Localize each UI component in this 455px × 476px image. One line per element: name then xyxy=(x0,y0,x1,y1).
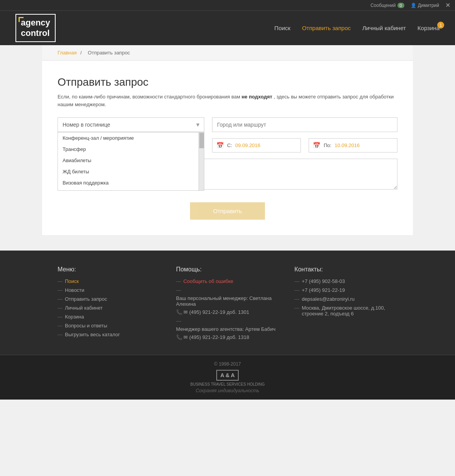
date-to-label: По: xyxy=(324,142,331,148)
manager-personal-phone: (495) 921-22-19 доб. 1301 xyxy=(189,309,249,315)
footer-contacts-title: Контакты: xyxy=(294,266,397,273)
logo-line1: agency xyxy=(21,18,50,27)
type-dropdown[interactable]: Номер в гостинице xyxy=(58,117,204,132)
calendar-to-icon: 📅 xyxy=(313,142,321,149)
footer-menu-title: Меню: xyxy=(58,266,161,273)
list-item[interactable]: ЖД билеты xyxy=(58,166,204,177)
contact-email[interactable]: depsales@zabroniryi.ru xyxy=(302,296,355,302)
footer-menu-cart[interactable]: Корзина xyxy=(65,314,84,320)
list-item[interactable]: Конференц-зал / мероприятие xyxy=(58,132,204,144)
messages-badge: 0 xyxy=(397,3,404,8)
date-to-field[interactable]: 📅 По: 10.09.2016 xyxy=(309,138,397,152)
footer-menu-catalog[interactable]: Выгрузить весь каталог xyxy=(65,332,120,337)
breadcrumb-home[interactable]: Главная xyxy=(58,50,76,56)
content-area: Отправить запрос Если, по каким-либо при… xyxy=(42,61,413,235)
aaa-logo: A & A xyxy=(216,370,238,381)
footer-inner: Меню: Поиск Новости Отправить запрос Лич… xyxy=(42,266,413,355)
desc-part1: Если, по каким-либо причинам, возможност… xyxy=(58,94,240,100)
breadcrumb: Главная / Отправить запрос xyxy=(42,45,413,61)
date-from-field[interactable]: 📅 С: 09.09.2016 xyxy=(212,138,301,152)
list-item: Отправить запрос xyxy=(58,296,161,302)
type-dropdown-wrap: Номер в гостинице ▼ xyxy=(58,117,204,132)
footer-menu-list: Поиск Новости Отправить запрос Личный ка… xyxy=(58,278,161,337)
footer-contacts-list: +7 (495) 902-58-03 +7 (495) 921-22-19 de… xyxy=(294,278,397,317)
footer-bottom: © 1998-2017 A & A BUSINESS TRAVEL SERVIC… xyxy=(0,355,455,400)
top-bar: Сообщений 0 👤 Димитрий ✕ xyxy=(0,0,455,10)
messages-label: Сообщений xyxy=(370,3,396,8)
list-item[interactable]: Трансфер xyxy=(58,144,204,155)
nav-account[interactable]: Личный кабинет xyxy=(362,25,406,31)
copyright: © 1998-2017 xyxy=(6,361,449,367)
nav-search[interactable]: Поиск xyxy=(274,25,290,31)
list-item: Выгрузить весь каталог xyxy=(58,332,161,337)
contact-phone-2: +7 (495) 921-22-19 xyxy=(302,287,345,293)
cart-badge: 1 xyxy=(437,22,444,29)
list-item: Корзина xyxy=(58,314,161,320)
form-row-1: Номер в гостинице ▼ Конференц-зал / меро… xyxy=(58,117,397,132)
close-icon[interactable]: ✕ xyxy=(445,2,450,9)
date-from-value: 09.09.2016 xyxy=(235,142,260,148)
aaa-subtitle: BUSINESS TRAVEL SERVICES HOLDING xyxy=(6,382,449,386)
manager-agency-phone: (495) 921-22-19 доб. 1318 xyxy=(189,334,249,340)
breadcrumb-separator: / xyxy=(80,50,82,56)
list-item[interactable]: Визовая поддержка xyxy=(58,177,204,188)
footer-menu-col: Меню: Поиск Новости Отправить запрос Лич… xyxy=(58,266,161,343)
footer: Меню: Поиск Новости Отправить запрос Лич… xyxy=(0,251,455,400)
page-description: Если, по каким-либо причинам, возможност… xyxy=(58,93,397,108)
date-from-label: С: xyxy=(227,142,232,148)
dropdown-list: Конференц-зал / мероприятие Трансфер Ави… xyxy=(58,132,204,191)
list-item: depsales@zabroniryi.ru xyxy=(294,296,397,302)
list-item: Менеджер вашего агентства: Артем Бабич 📞… xyxy=(176,318,279,340)
list-item: Москва, Дмитровское шоссе, д.100, строен… xyxy=(294,305,397,317)
footer-manager-agency-icons: 📞 ✉ (495) 921-22-19 доб. 1318 xyxy=(176,334,250,340)
dropdown-scroll: Конференц-зал / мероприятие Трансфер Ави… xyxy=(58,132,204,190)
page-title: Отправить запрос xyxy=(58,76,397,88)
footer-menu-request[interactable]: Отправить запрос xyxy=(65,296,107,302)
header: agency control Поиск Отправить запрос Ли… xyxy=(0,10,455,45)
dropdown-scroll-wrap: Конференц-зал / мероприятие Трансфер Ави… xyxy=(58,132,204,190)
footer-menu-faq[interactable]: Вопросы и ответы xyxy=(65,323,107,329)
list-item: Новости xyxy=(58,287,161,293)
main-wrapper: Главная / Отправить запрос Отправить зап… xyxy=(0,45,455,251)
footer-help-title: Помощь: xyxy=(176,266,279,273)
user-icon: 👤 xyxy=(411,3,416,8)
list-item[interactable]: Авиабилеты xyxy=(58,155,204,166)
list-item: Вопросы и ответы xyxy=(58,323,161,329)
phone-icon: 📞 xyxy=(176,334,182,340)
footer-menu-account[interactable]: Личный кабинет xyxy=(65,305,103,311)
user-name: Димитрий xyxy=(418,3,439,8)
nav-send-request[interactable]: Отправить запрос xyxy=(302,25,351,31)
city-input-wrap xyxy=(212,117,397,132)
footer-menu-search[interactable]: Поиск xyxy=(65,278,79,284)
submit-button[interactable]: Отправить xyxy=(190,202,265,220)
footer-help-list: Сообщить об ошибке Ваш персональный мене… xyxy=(176,278,279,340)
calendar-from-icon: 📅 xyxy=(216,142,224,149)
footer-manager-personal-icons: 📞 ✉ (495) 921-22-19 доб. 1301 xyxy=(176,309,250,315)
date-row: 📅 С: 09.09.2016 📅 По: 10.09.2016 xyxy=(212,138,397,152)
scrollbar-track xyxy=(199,132,204,190)
footer-menu-news[interactable]: Новости xyxy=(65,287,84,293)
logo[interactable]: agency control xyxy=(15,14,56,42)
scrollbar-thumb xyxy=(199,133,204,148)
footer-report-error[interactable]: Сообщить об ошибке xyxy=(183,278,233,284)
footer-manager-personal: Ваш персональный менеджер: Светлана Алех… xyxy=(176,295,279,307)
list-item: Ваш персональный менеджер: Светлана Алех… xyxy=(176,287,279,315)
messages-section: Сообщений 0 xyxy=(370,3,404,8)
list-item: +7 (495) 902-58-03 xyxy=(294,278,397,284)
list-item[interactable]: VIP-зал в аэропорту xyxy=(58,188,204,190)
contact-address: Москва, Дмитровское шоссе, д.100, строен… xyxy=(302,305,397,317)
main-nav: Поиск Отправить запрос Личный кабинет Ко… xyxy=(274,25,440,31)
footer-tagline: Сохраняя индивидуальность xyxy=(6,388,449,393)
date-to-value: 10.09.2016 xyxy=(334,142,360,148)
dropdown-container: Номер в гостинице ▼ Конференц-зал / меро… xyxy=(58,117,204,132)
logo-line2: control xyxy=(21,28,50,38)
email-icon: ✉ xyxy=(183,309,188,315)
email-icon: ✉ xyxy=(183,334,188,340)
city-input[interactable] xyxy=(212,117,397,132)
footer-manager-agency: Менеджер вашего агентства: Артем Бабич xyxy=(176,326,276,332)
nav-cart[interactable]: Корзина xyxy=(418,25,440,31)
footer-contacts-col: Контакты: +7 (495) 902-58-03 +7 (495) 92… xyxy=(294,266,397,343)
footer-help-col: Помощь: Сообщить об ошибке Ваш персональ… xyxy=(176,266,279,343)
desc-bold: не подходят xyxy=(242,94,272,100)
list-item: Личный кабинет xyxy=(58,305,161,311)
